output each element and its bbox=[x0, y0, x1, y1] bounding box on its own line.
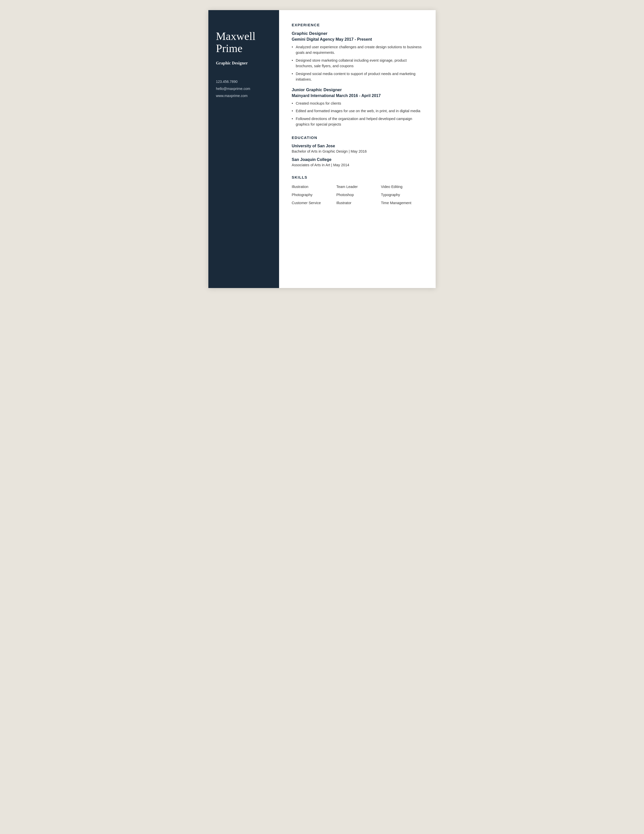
job-2-company-date: Mainyard International March 2016 - Apri… bbox=[292, 94, 423, 98]
skills-section: SKILLS Illustration Team Leader Video Ed… bbox=[292, 175, 423, 206]
education-section: EDUCATION University of San Jose Bachelo… bbox=[292, 136, 423, 167]
bullet-item: Followed directions of the organization … bbox=[292, 116, 423, 127]
bullet-item: Created mockups for clients bbox=[292, 100, 423, 106]
skill-video-editing: Video Editing bbox=[381, 183, 423, 190]
contact-info: 123.456.7890 hello@maxprime.com www.maxp… bbox=[216, 78, 271, 99]
bullet-item: Edited and formatted images for use on t… bbox=[292, 108, 423, 114]
candidate-name: Maxwell Prime bbox=[216, 30, 271, 55]
job-1-bullets: Analyzed user experience challenges and … bbox=[292, 44, 423, 82]
school-2-name: San Joaquin College bbox=[292, 157, 423, 162]
skill-time-management: Time Management bbox=[381, 200, 423, 206]
skill-illustration: Illustration bbox=[292, 183, 334, 190]
school-2-degree: Associates of Arts in Art | May 2014 bbox=[292, 163, 423, 167]
skill-typography: Typography bbox=[381, 192, 423, 198]
main-content: EXPERIENCE Graphic Designer Gemini Digit… bbox=[279, 10, 436, 288]
job-1-company-date: Gemini Digital Agency May 2017 - Present bbox=[292, 37, 423, 42]
skill-photography: Photography bbox=[292, 192, 334, 198]
skills-section-title: SKILLS bbox=[292, 175, 423, 179]
skill-photoshop: Photoshop bbox=[336, 192, 379, 198]
skills-grid: Illustration Team Leader Video Editing P… bbox=[292, 183, 423, 206]
email: hello@maxprime.com bbox=[216, 85, 271, 92]
skill-illustrator: Illustrator bbox=[336, 200, 379, 206]
bullet-item: Designed store marketing collateral incl… bbox=[292, 58, 423, 69]
education-section-title: EDUCATION bbox=[292, 136, 423, 140]
experience-section: EXPERIENCE Graphic Designer Gemini Digit… bbox=[292, 23, 423, 127]
candidate-title: Graphic Designer bbox=[216, 61, 271, 65]
sidebar: Maxwell Prime Graphic Designer 123.456.7… bbox=[208, 10, 279, 288]
phone: 123.456.7890 bbox=[216, 78, 271, 85]
name-line2: Prime bbox=[216, 42, 242, 55]
website: www.maxprime.com bbox=[216, 92, 271, 99]
resume-container: Maxwell Prime Graphic Designer 123.456.7… bbox=[208, 10, 436, 288]
experience-section-title: EXPERIENCE bbox=[292, 23, 423, 27]
job-1: Graphic Designer Gemini Digital Agency M… bbox=[292, 31, 423, 82]
school-2: San Joaquin College Associates of Arts i… bbox=[292, 157, 423, 167]
job-2-bullets: Created mockups for clients Edited and f… bbox=[292, 100, 423, 127]
school-1: University of San Jose Bachelor of Arts … bbox=[292, 144, 423, 154]
job-2-title: Junior Graphic Designer bbox=[292, 87, 423, 92]
job-2: Junior Graphic Designer Mainyard Interna… bbox=[292, 87, 423, 127]
bullet-item: Analyzed user experience challenges and … bbox=[292, 44, 423, 56]
school-1-degree: Bachelor of Arts in Graphic Design | May… bbox=[292, 149, 423, 154]
bullet-item: Designed social media content to support… bbox=[292, 71, 423, 82]
skill-customer-service: Customer Service bbox=[292, 200, 334, 206]
school-1-name: University of San Jose bbox=[292, 144, 423, 148]
skill-team-leader: Team Leader bbox=[336, 183, 379, 190]
name-line1: Maxwell bbox=[216, 30, 255, 42]
job-1-title: Graphic Designer bbox=[292, 31, 423, 36]
